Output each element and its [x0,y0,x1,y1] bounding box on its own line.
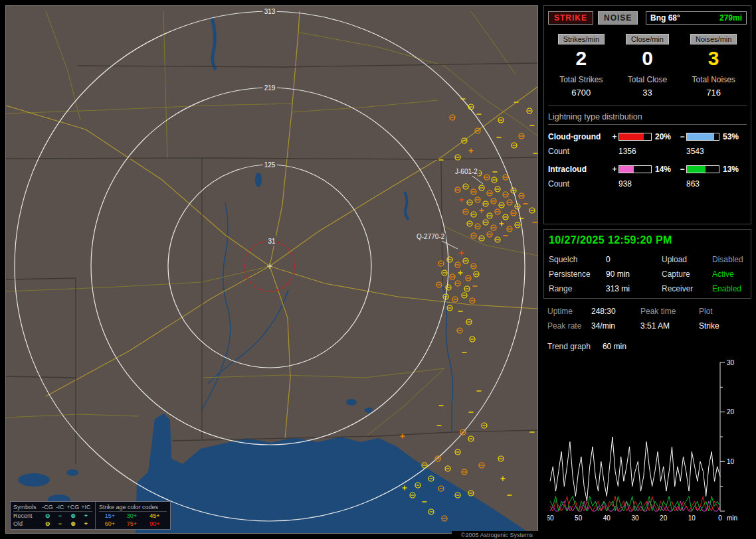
ic-minus-bar [686,165,719,173]
noises-per-min-value: 3 [680,48,747,69]
capture-label: Capture [662,270,712,279]
plot-mode-value: Strike [699,321,747,331]
uptime-value: 248:30 [591,307,640,316]
settings-box: 10/27/2025 12:59:20 PM Squelch 0 Upload … [543,229,751,299]
cg-plus-count: 1356 [618,147,686,156]
roads-layer [6,11,537,437]
datetime-display: 10/27/2025 12:59:20 PM [549,234,746,246]
cg-plus-bar [618,133,652,141]
peak-time-value: 3:51 AM [640,321,699,331]
cg-neg-old-icon: ⊖ [41,520,54,528]
cg-minus-count: 3543 [686,147,747,156]
strike-indicator-button[interactable]: STRIKE [548,11,593,25]
legend-col-cg-neg: -CG [41,503,54,512]
strikes-per-min-value: 2 [548,48,614,69]
svg-text:219: 219 [264,84,276,92]
squelch-label: Squelch [549,255,606,264]
cg-pos-recent-icon: ⊕ [66,512,80,520]
uptime-label: Uptime [547,307,591,316]
age-60: 60+ [99,520,121,528]
legend-old-label: Old [13,520,41,528]
plus-sign: + [611,165,618,174]
statistics-box: STRIKE NOISE Bng 68° 279mi Strikes/min 2… [543,5,751,224]
range-value: 313 mi [606,284,662,293]
settings-grid: Squelch 0 Upload Disabled Persistence 90… [549,255,746,293]
peak-time-label: Peak time [640,307,699,316]
totals-row: Total Strikes 6700 Total Close 33 Total … [548,75,747,106]
svg-text:Q-2770-2: Q-2770-2 [417,233,445,240]
legend-recent-label: Recent [13,512,41,520]
legend-age-header: Strike age color codes [99,503,167,512]
minus-sign: − [678,132,686,141]
svg-text:10: 10 [727,458,735,465]
svg-text:31: 31 [268,238,276,245]
ic-neg-old-icon: − [54,520,66,528]
svg-text:313: 313 [264,8,276,15]
state-borders-layer [6,63,537,464]
lightning-map[interactable]: 31321912531J-601-2Q-2770-2 Symbols -CG -… [5,5,538,534]
total-close-label: Total Close [614,75,681,84]
persistence-value: 90 min [606,270,662,279]
capture-status: Active [712,270,746,279]
age-90: 90+ [143,520,167,528]
ic-pos-recent-icon: + [80,512,92,520]
svg-text:50: 50 [575,514,583,522]
squelch-value: 0 [606,255,662,264]
svg-text:10: 10 [688,514,696,522]
receiver-label: Receiver [662,284,712,293]
intracloud-label: Intracloud [548,165,611,174]
trend-graph-label: Trend graph [547,342,591,351]
svg-text:30: 30 [727,359,735,366]
bearing-range-value: 279mi [719,13,742,23]
nexstorm-window: 31321912531J-601-2Q-2770-2 Symbols -CG -… [0,0,756,539]
svg-text:20: 20 [727,408,735,416]
ic-minus-count: 863 [686,179,747,189]
svg-text:40: 40 [603,514,611,522]
upload-label: Upload [662,255,712,264]
svg-text:J-601-2: J-601-2 [455,168,478,175]
svg-text:min: min [727,514,737,522]
total-close-value: 33 [614,88,681,98]
highways-layer [6,11,537,439]
ic-neg-recent-icon: − [54,512,66,520]
ic-count-label: Count [548,179,618,189]
legend-col-ic-neg: -IC [54,503,66,512]
noise-indicator-button[interactable]: NOISE [598,11,638,25]
cg-count-label: Count [548,147,618,156]
plot-label: Plot [699,307,747,316]
trend-chart-canvas: 3020106050403020100min [547,357,747,524]
uptime-section: Uptime 248:30 Peak time Plot Peak rate 3… [543,299,751,526]
cg-minus-pct: 53% [719,132,746,141]
trend-chart: 3020106050403020100min [547,357,747,526]
cloud-ground-block: Cloud-ground + 20% − 53% Count 1356 3543 [548,131,747,157]
age-15: 15+ [99,512,121,520]
receiver-status: Enabled [712,284,746,293]
legend-col-cg-pos: +CG [66,503,80,512]
trend-header: Trend graph 60 min [547,342,747,351]
svg-text:60: 60 [547,514,554,522]
age-45: 45+ [143,512,167,520]
peak-rate-value: 34/min [591,321,640,331]
cg-plus-pct: 20% [652,132,678,141]
total-noises-label: Total Noises [680,75,747,84]
strikes-per-min: Strikes/min 2 [548,34,614,69]
cloud-ground-label: Cloud-ground [548,132,611,141]
legend-symbols-header: Symbols [13,503,41,512]
close-per-min-value: 0 [614,48,681,69]
bearing-box: Bng 68° 279mi [646,11,747,25]
ic-minus-pct: 13% [719,165,746,174]
map-canvas[interactable]: 31321912531J-601-2Q-2770-2 [6,6,537,533]
close-per-min-label: Close/min [626,34,669,44]
intracloud-block: Intracloud + 14% − 13% Count 938 863 [548,163,747,190]
total-strikes-label: Total Strikes [548,75,614,84]
strikes-per-min-label: Strikes/min [558,34,605,44]
peak-rate-label: Peak rate [547,321,591,331]
rates-row: Strikes/min 2 Close/min 0 Noises/min 3 [548,34,747,69]
age-30: 30+ [121,512,143,520]
total-noises-value: 716 [680,88,747,98]
persistence-label: Persistence [549,270,606,279]
distribution-title: Lightning type distribution [548,112,747,125]
age-75: 75+ [121,520,143,528]
svg-text:30: 30 [631,514,639,522]
svg-text:125: 125 [264,161,276,169]
